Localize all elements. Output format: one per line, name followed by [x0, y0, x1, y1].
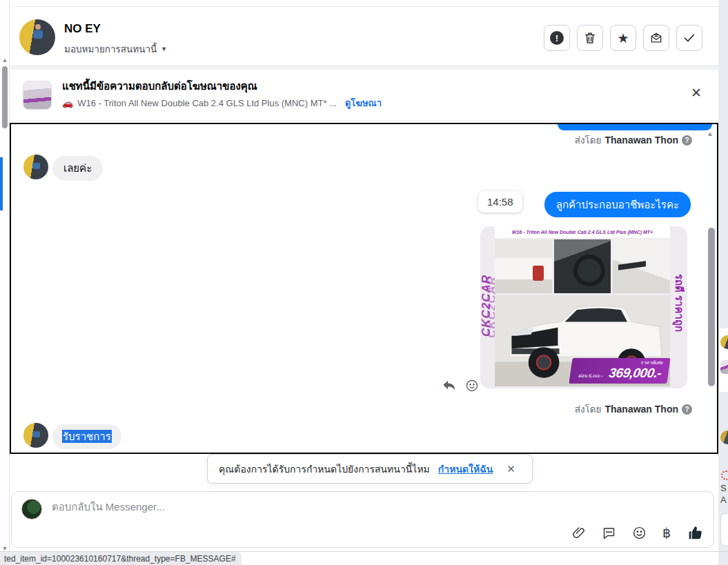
ad-watermark-right: รถดี ราคาถูก: [671, 251, 687, 355]
check-icon: [682, 31, 696, 45]
left-scrollbar-thumb[interactable]: [2, 66, 8, 128]
conversation-list-edge: ▲ ▼: [0, 0, 10, 565]
chevron-down-icon: ▼: [161, 46, 167, 52]
banner-close-icon[interactable]: ✕: [691, 85, 702, 101]
ad-banner-subtitle: 🚗 W16 - Triton All New Double Cab 2.4 GL…: [62, 96, 382, 110]
contact-avatar[interactable]: [19, 19, 55, 55]
ad-price-tag: ราคาพิเศษ ผ่อน 6,xxx.- 369,000.-: [569, 358, 670, 384]
composer-toolbar: ฿: [571, 524, 704, 542]
contact-name[interactable]: NO EY: [64, 22, 101, 36]
view-ad-link[interactable]: ดูโฆษณา: [345, 96, 382, 110]
attachment-icon[interactable]: [571, 526, 586, 540]
ad-price: 369,000.-: [608, 366, 662, 380]
ad-price-label: ราคาพิเศษ: [580, 360, 663, 366]
ad-image-message[interactable]: W16 - Triton All New Double Cab 2.4 GLS …: [477, 223, 691, 392]
trash-icon: [583, 31, 597, 45]
chat-panel: NO EY มอบหมายการสนทนานี้ ▼ ! ★: [10, 0, 718, 565]
notification-dot-icon: [721, 470, 728, 480]
reply-input[interactable]: [52, 501, 397, 513]
selected-message-text: รับราชการ: [62, 430, 112, 443]
sent-by-row: ส่งโดย Thanawan Thon ?: [575, 402, 692, 417]
ad-thumbnail[interactable]: [23, 81, 52, 110]
reply-composer: ฿: [11, 491, 714, 548]
assign-prompt-question: คุณต้องการได้รับการกำหนดไปยังการสนทนานี้…: [219, 462, 430, 477]
partial-message-bubble: [558, 124, 712, 130]
star-icon: ★: [617, 32, 629, 45]
header-action-buttons: ! ★: [544, 25, 702, 51]
outgoing-message-bubble[interactable]: ลูกค้าประกอบอาชีพอะไรคะ: [544, 192, 691, 217]
sent-by-label: ส่งโดย: [575, 402, 602, 417]
sent-by-label: ส่งโดย: [575, 132, 602, 148]
assign-prompt-close-icon[interactable]: ✕: [506, 463, 515, 475]
emoji-icon[interactable]: [632, 526, 647, 540]
info-question-icon[interactable]: ?: [682, 404, 692, 415]
payment-baht-icon[interactable]: ฿: [662, 526, 671, 539]
ad-image-header-strip: W16 - Triton All New Double Cab 2.4 GLS …: [495, 226, 670, 238]
chat-scroll-up-icon[interactable]: ▲: [707, 130, 714, 137]
page-avatar: [21, 499, 42, 519]
incoming-message-bubble[interactable]: รับราชการ: [52, 424, 121, 449]
assign-to-me-link[interactable]: กำหนดให้ฉัน: [438, 462, 493, 477]
ad-banner-title: แชทนี้มีข้อความตอบกลับต่อโฆษณาของคุณ: [62, 78, 257, 95]
report-button[interactable]: !: [544, 25, 570, 51]
mark-done-button[interactable]: [676, 25, 702, 51]
sender-name: Thanawan Thon: [604, 404, 678, 415]
photo-truck-front: [613, 239, 670, 293]
photo-truck-main: ราคาพิเศษ ผ่อน 6,xxx.- 369,000.-: [495, 295, 670, 386]
mail-unread-icon: [649, 31, 663, 45]
sidebar-avatar[interactable]: [720, 430, 728, 444]
ad-photo-collage: ราคาพิเศษ ผ่อน 6,xxx.- 369,000.-: [495, 239, 670, 386]
sidebar-button-fragment[interactable]: [720, 513, 728, 546]
emoji-react-icon[interactable]: [465, 379, 479, 393]
car-emoji-icon: 🚗: [62, 98, 73, 108]
delete-button[interactable]: [577, 25, 603, 51]
assign-prompt-toast: คุณต้องการได้รับการกำหนดไปยังการสนทนานี้…: [207, 454, 533, 484]
saved-replies-icon[interactable]: [602, 526, 616, 540]
right-sidebar-edge: S A: [718, 0, 728, 565]
browser-status-bar: ted_item_id=100023610160717&thread_type=…: [0, 552, 242, 565]
sidebar-label-fragment: A: [720, 495, 727, 505]
chat-scrollbar-thumb[interactable]: [708, 228, 715, 386]
assign-conversation-dropdown[interactable]: มอบหมายการสนทนานี้ ▼: [64, 41, 167, 57]
assign-conversation-label: มอบหมายการสนทนานี้: [64, 41, 157, 57]
info-question-icon[interactable]: ?: [682, 135, 692, 146]
scroll-up-arrow-icon[interactable]: ▲: [1, 57, 9, 63]
message-avatar[interactable]: [23, 423, 48, 448]
selected-conversation-indicator: [0, 157, 3, 210]
follow-up-button[interactable]: ★: [610, 25, 636, 51]
chat-header: NO EY มอบหมายการสนทนานี้ ▼ ! ★: [10, 7, 718, 65]
message-avatar[interactable]: [23, 155, 48, 179]
sender-name: Thanawan Thon: [604, 135, 678, 146]
reply-icon[interactable]: [442, 378, 457, 393]
ad-image-header-text: W16 - Triton All New Double Cab 2.4 GLS …: [512, 230, 653, 235]
ad-name-text: W16 - Triton All New Double Cab 2.4 GLS …: [77, 98, 337, 108]
header-divider-band: [10, 65, 718, 70]
exclamation-icon: !: [550, 31, 564, 45]
sidebar-ad-thumbnail[interactable]: [720, 360, 728, 374]
ad-installment: ผ่อน 6,xxx.-: [578, 372, 603, 379]
sent-by-row: ส่งโดย Thanawan Thon ?: [575, 132, 692, 148]
ad-reply-banner: แชทนี้มีข้อความตอบกลับต่อโฆษณาของคุณ 🚗 W…: [10, 70, 718, 121]
mark-unread-button[interactable]: [643, 25, 669, 51]
message-hover-actions: [442, 378, 479, 393]
message-timestamp: 14:58: [478, 191, 522, 212]
thumbs-up-icon[interactable]: [687, 524, 704, 542]
message-thread[interactable]: ส่งโดย Thanawan Thon ? เลยค่ะ 14:58 ลูกค…: [10, 123, 718, 454]
incoming-message-bubble[interactable]: เลยค่ะ: [52, 156, 103, 181]
photo-truck-interior: [554, 239, 611, 293]
photo-truck-rear: [495, 239, 552, 293]
sidebar-label-fragment: S: [720, 483, 727, 493]
